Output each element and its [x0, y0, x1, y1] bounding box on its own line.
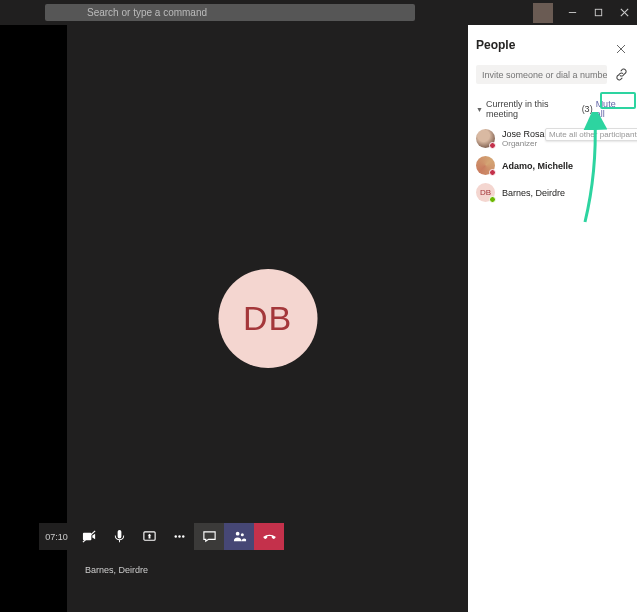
titlebar: Search or type a command [0, 0, 637, 25]
share-screen-button[interactable] [134, 523, 164, 550]
call-controls-bar: 07:10 [39, 523, 284, 550]
mute-all-button[interactable]: Mute all [593, 97, 629, 121]
participant-avatar [476, 129, 495, 148]
camera-toggle-button[interactable] [74, 523, 104, 550]
participant-avatar-large: DB [218, 269, 317, 368]
section-count: (3) [582, 104, 593, 114]
participant-row[interactable]: Jose Rosario Organizer Mute all other pa… [476, 129, 629, 148]
meeting-stage: DB 07:10 [67, 25, 468, 612]
svg-point-8 [182, 535, 184, 537]
maximize-button[interactable] [591, 6, 605, 20]
mic-toggle-button[interactable] [104, 523, 134, 550]
window-controls [533, 3, 631, 23]
section-header[interactable]: ▼ Currently in this meeting (3) Mute all [476, 97, 629, 121]
invite-input[interactable] [476, 65, 607, 84]
close-panel-button[interactable] [616, 40, 626, 50]
minimize-button[interactable] [565, 6, 579, 20]
participant-name: Adamo, Michelle [502, 161, 573, 171]
invite-row [476, 65, 629, 84]
avatar-initials-small: DB [480, 188, 491, 197]
participant-row[interactable]: DB Barnes, Deirdre [476, 183, 629, 202]
search-input[interactable]: Search or type a command [45, 4, 415, 21]
svg-point-10 [240, 533, 243, 536]
mute-all-tooltip: Mute all other participants [545, 128, 637, 141]
participant-name: Barnes, Deirdre [502, 188, 565, 198]
main-area: DB 07:10 [0, 25, 637, 612]
more-actions-button[interactable] [164, 523, 194, 550]
participant-row[interactable]: Adamo, Michelle [476, 156, 629, 175]
caret-down-icon: ▼ [476, 106, 483, 113]
svg-point-7 [178, 535, 180, 537]
svg-rect-1 [595, 9, 601, 15]
people-panel: People ▼ Currently in this meeting (3) M… [468, 25, 637, 612]
participant-avatar [476, 156, 495, 175]
panel-title: People [476, 38, 629, 52]
avatar-initials: DB [243, 299, 292, 338]
copy-link-button[interactable] [613, 67, 629, 83]
people-button[interactable] [224, 523, 254, 550]
presence-busy-icon [489, 142, 496, 149]
close-button[interactable] [617, 6, 631, 20]
participant-avatar: DB [476, 183, 495, 202]
stage-participant-name: Barnes, Deirdre [85, 565, 148, 575]
hang-up-button[interactable] [254, 523, 284, 550]
section-label: Currently in this meeting [486, 99, 579, 119]
svg-point-6 [174, 535, 176, 537]
presence-busy-icon [489, 169, 496, 176]
search-placeholder: Search or type a command [87, 7, 207, 18]
svg-point-9 [235, 532, 239, 536]
call-timer: 07:10 [39, 523, 74, 550]
user-avatar-square[interactable] [533, 3, 553, 23]
presence-available-icon [489, 196, 496, 203]
chat-button[interactable] [194, 523, 224, 550]
